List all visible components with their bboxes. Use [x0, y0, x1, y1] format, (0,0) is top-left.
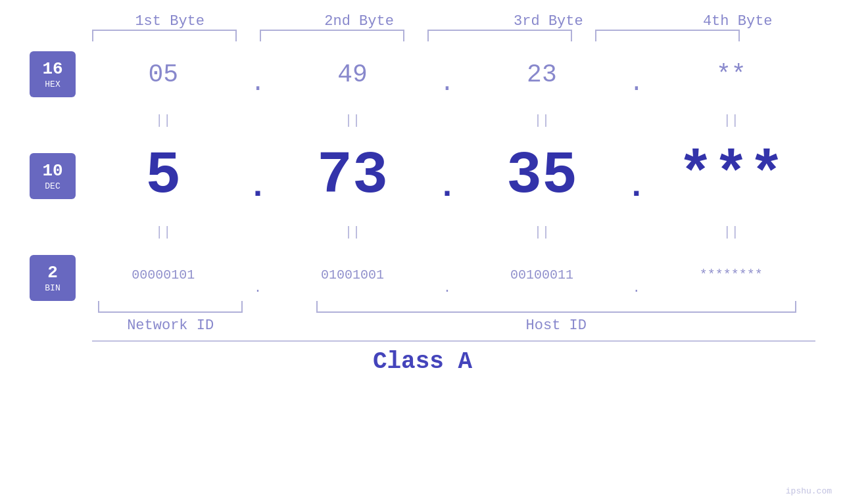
- badges-column: 16 HEX 10 DEC 2: [20, 45, 85, 308]
- host-id-label: Host ID: [316, 317, 796, 334]
- hex-dot-2: .: [435, 69, 458, 104]
- dec-val-4: ***: [659, 147, 804, 206]
- class-section: Class A: [20, 340, 825, 375]
- page: 1st Byte 2nd Byte 3rd Byte 4th Byte: [0, 0, 845, 504]
- hex-dot-3: .: [625, 69, 648, 104]
- dec-val-1: 5: [91, 147, 235, 206]
- bin-val-4: ********: [659, 267, 804, 283]
- dec-row: 5 . 73 . 35 . ***: [85, 137, 809, 216]
- data-columns: 05 . 49 . 23 . ** || || || ||: [85, 45, 809, 334]
- hex-val-3: 23: [470, 60, 614, 89]
- eq-row-1: || || || ||: [85, 104, 809, 137]
- bin-dot-3: .: [625, 281, 648, 301]
- network-id-label: Network ID: [98, 317, 243, 334]
- bin-row: 00000101 . 01001001 . 00100011 . *******…: [85, 248, 809, 301]
- bin-dot-2: .: [435, 281, 458, 301]
- hex-row: 05 . 49 . 23 . **: [85, 45, 809, 104]
- top-bracket-4: [595, 30, 740, 41]
- top-bracket-1: [92, 30, 237, 41]
- hex-badge-wrapper: 16 HEX: [20, 45, 85, 104]
- hex-val-2: 49: [280, 60, 425, 89]
- col-header-1: 1st Byte: [97, 13, 242, 30]
- top-brackets: [92, 30, 825, 41]
- eq-1-2: ||: [280, 113, 425, 128]
- bin-badge-name: BIN: [45, 283, 60, 294]
- dec-badge: 10 DEC: [30, 153, 76, 199]
- bin-badge: 2 BIN: [30, 255, 76, 301]
- dec-val-2: 73: [280, 147, 425, 206]
- hex-badge: 16 HEX: [30, 51, 76, 97]
- dec-badge-name: DEC: [45, 181, 60, 192]
- bin-badge-wrapper: 2 BIN: [20, 248, 85, 308]
- bin-val-1: 00000101: [91, 267, 235, 283]
- dec-badge-num: 10: [42, 161, 62, 181]
- network-bracket: [98, 301, 243, 313]
- bin-val-3: 00100011: [470, 267, 614, 283]
- eq-1-3: ||: [470, 113, 614, 128]
- dec-dot-1: .: [247, 168, 270, 216]
- class-bracket: [92, 340, 815, 342]
- eq-spacer-1: [20, 104, 85, 137]
- dec-dot-2: .: [435, 168, 458, 216]
- eq-row-2: || || || ||: [85, 216, 809, 248]
- column-headers: 1st Byte 2nd Byte 3rd Byte 4th Byte: [92, 13, 825, 30]
- id-labels: Network ID Host ID: [85, 317, 809, 334]
- host-bracket: [316, 301, 796, 313]
- bin-dot-1: .: [247, 281, 270, 301]
- bottom-brackets: [85, 301, 809, 314]
- hex-badge-name: HEX: [45, 80, 60, 90]
- top-bracket-2: [260, 30, 404, 41]
- eq-1-4: ||: [659, 113, 804, 128]
- dec-badge-wrapper: 10 DEC: [20, 137, 85, 216]
- hex-dot-1: .: [247, 69, 270, 104]
- eq-spacer-2: [20, 216, 85, 248]
- eq-2-4: ||: [659, 225, 804, 240]
- dec-val-3: 35: [470, 147, 614, 206]
- class-label: Class A: [20, 348, 825, 375]
- watermark: ipshu.com: [786, 486, 832, 496]
- col-header-3: 3rd Byte: [476, 13, 621, 30]
- col-header-4: 4th Byte: [665, 13, 810, 30]
- dec-dot-3: .: [625, 168, 648, 216]
- eq-2-2: ||: [280, 225, 425, 240]
- bin-badge-num: 2: [47, 263, 58, 283]
- eq-2-1: ||: [91, 225, 235, 240]
- hex-val-4: **: [659, 60, 804, 89]
- hex-badge-num: 16: [42, 59, 62, 80]
- hex-val-1: 05: [91, 60, 235, 89]
- top-bracket-3: [427, 30, 572, 41]
- eq-1-1: ||: [91, 113, 235, 128]
- col-header-2: 2nd Byte: [287, 13, 431, 30]
- data-section: 16 HEX 10 DEC 2: [20, 45, 825, 334]
- bin-val-2: 01001001: [280, 267, 425, 283]
- eq-2-3: ||: [470, 225, 614, 240]
